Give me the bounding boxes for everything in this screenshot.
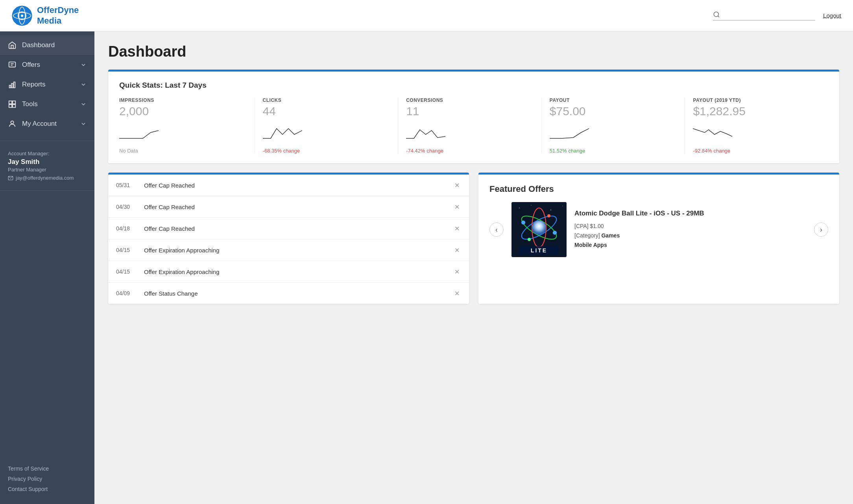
offer-subcategory: Mobile Apps [574, 242, 607, 248]
stat-label: PAYOUT (2019 YTD) [693, 97, 820, 103]
logo-text: OfferDyne Media [37, 5, 79, 26]
svg-point-21 [562, 206, 563, 206]
featured-offer-row: ‹ [489, 202, 828, 257]
main-content: Dashboard Quick Stats: Last 7 Days IMPRE… [94, 31, 853, 504]
search-icon [713, 11, 720, 18]
notif-date: 04/30 [116, 204, 138, 210]
svg-rect-14 [13, 105, 15, 107]
search-wrapper [713, 11, 815, 20]
svg-point-20 [550, 210, 551, 210]
notification-row: 04/09 Offer Status Change ✕ [108, 283, 469, 304]
offer-image-svg: LITE [511, 202, 567, 257]
svg-point-5 [714, 12, 718, 17]
svg-point-26 [521, 221, 525, 224]
notif-text: Offer Expiration Approaching [144, 247, 452, 254]
svg-point-4 [21, 15, 23, 17]
sidebar-item-label: Dashboard [22, 41, 55, 49]
notif-text: Offer Cap Reached [144, 225, 452, 232]
quick-stats-card: Quick Stats: Last 7 Days IMPRESSIONS 2,0… [108, 70, 839, 163]
stat-label: CONVERSIONS [406, 97, 534, 103]
stat-value: 2,000 [119, 105, 247, 118]
notif-text: Offer Cap Reached [144, 182, 452, 189]
quick-stats-inner: Quick Stats: Last 7 Days IMPRESSIONS 2,0… [108, 72, 839, 163]
notif-close-button[interactable]: ✕ [452, 289, 461, 298]
sparkline-payout-ytd [693, 123, 732, 142]
svg-point-28 [547, 214, 550, 217]
stat-change: 51.52% change [550, 148, 677, 154]
sidebar-item-my-account[interactable]: My Account [0, 114, 94, 134]
logo-icon [12, 6, 32, 26]
featured-prev-button[interactable]: ‹ [489, 223, 504, 237]
sidebar-divider [0, 141, 94, 141]
notif-date: 04/15 [116, 269, 138, 275]
notification-row: 05/31 Offer Cap Reached ✕ [108, 175, 469, 196]
featured-next-button[interactable]: › [814, 223, 828, 237]
notification-row: 04/15 Offer Expiration Approaching ✕ [108, 261, 469, 283]
account-manager-name: Jay Smith [8, 158, 87, 166]
svg-rect-10 [14, 82, 15, 88]
notif-text: Offer Expiration Approaching [144, 269, 452, 275]
account-manager-role: Partner Manager [8, 167, 87, 173]
notif-close-button[interactable]: ✕ [452, 246, 461, 254]
account-manager-section: Account Manager: Jay Smith Partner Manag… [0, 144, 94, 187]
logo-area: OfferDyne Media [12, 5, 90, 26]
sidebar-item-dashboard[interactable]: Dashboard [0, 35, 94, 55]
sidebar-item-offers[interactable]: Offers [0, 55, 94, 75]
svg-point-15 [11, 121, 13, 124]
stat-value: 44 [263, 105, 390, 118]
sidebar-item-tools[interactable]: Tools [0, 94, 94, 114]
stat-change: -92.84% change [693, 148, 820, 154]
logout-button[interactable]: Logout [823, 12, 841, 19]
notif-close-button[interactable]: ✕ [452, 267, 461, 276]
svg-rect-13 [9, 105, 12, 107]
account-manager-email: jay@offerdynemedia.com [16, 175, 74, 181]
sparkline-impressions [119, 123, 159, 142]
svg-point-19 [531, 205, 532, 206]
offer-category-label: [Category] [574, 232, 601, 239]
stat-payout: PAYOUT $75.00 51.52% change [542, 97, 685, 154]
svg-rect-12 [13, 101, 15, 104]
notif-close-button[interactable]: ✕ [452, 181, 461, 189]
offer-cpa-label: [CPA] [574, 223, 590, 229]
featured-inner: Featured Offers ‹ [478, 175, 839, 267]
stat-impressions: IMPRESSIONS 2,000 No Data [119, 97, 255, 154]
header-center: Logout [90, 11, 841, 20]
sidebar-item-reports[interactable]: Reports [0, 75, 94, 94]
stat-payout-ytd: PAYOUT (2019 YTD) $1,282.95 -92.84% chan… [685, 97, 828, 154]
stat-label: IMPRESSIONS [119, 97, 247, 103]
chat-icon [8, 61, 17, 69]
stat-change: No Data [119, 148, 247, 154]
svg-rect-7 [9, 62, 16, 67]
stats-row: IMPRESSIONS 2,000 No Data CLICKS 44 [119, 97, 828, 154]
stat-clicks: CLICKS 44 -68.35% change [255, 97, 399, 154]
sidebar-footer: Terms of Service Privacy Policy Contact … [0, 458, 94, 504]
chevron-down-icon [80, 121, 87, 127]
notif-close-button[interactable]: ✕ [452, 202, 461, 211]
quick-stats-title: Quick Stats: Last 7 Days [119, 81, 828, 90]
notif-text: Offer Status Change [144, 290, 452, 297]
svg-line-6 [718, 16, 719, 17]
offer-name: Atomic Dodge Ball Lite - iOS - US - 29MB [574, 209, 806, 218]
grid-icon [8, 100, 17, 109]
offer-cpa-value: $1.00 [590, 223, 604, 229]
email-icon [8, 175, 13, 181]
notif-date: 05/31 [116, 182, 138, 188]
search-input[interactable] [723, 11, 815, 18]
notifications-list: 05/31 Offer Cap Reached ✕ 04/30 Offer Ca… [108, 175, 469, 304]
notif-close-button[interactable]: ✕ [452, 224, 461, 233]
offer-details: Atomic Dodge Ball Lite - iOS - US - 29MB… [574, 209, 806, 250]
contact-support-link[interactable]: Contact Support [8, 486, 87, 492]
chevron-down-icon [80, 62, 87, 68]
stat-value: $1,282.95 [693, 105, 820, 118]
offer-category: Games [601, 232, 620, 239]
main-layout: Dashboard Offers [0, 31, 853, 504]
notif-date: 04/18 [116, 225, 138, 232]
svg-point-27 [553, 231, 557, 235]
privacy-policy-link[interactable]: Privacy Policy [8, 476, 87, 482]
stat-conversions: CONVERSIONS 11 -74.42% change [398, 97, 542, 154]
bottom-grid: 05/31 Offer Cap Reached ✕ 04/30 Offer Ca… [108, 173, 839, 304]
stat-change: -68.35% change [263, 148, 390, 154]
featured-offers-card: Featured Offers ‹ [478, 173, 839, 304]
person-icon [8, 120, 17, 128]
terms-of-service-link[interactable]: Terms of Service [8, 465, 87, 472]
